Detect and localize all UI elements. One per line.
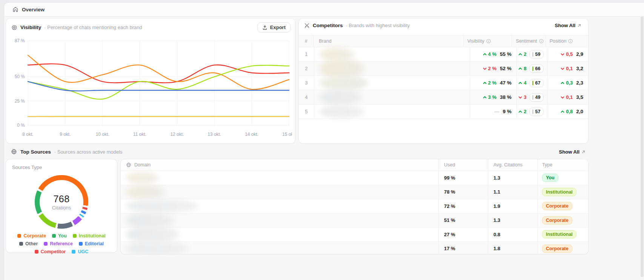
page-title: Overview bbox=[22, 7, 45, 12]
domain-name-redacted bbox=[121, 185, 438, 199]
y-axis-tick: 87 % bbox=[15, 38, 25, 43]
domain-row-2[interactable]: 78 % 1.1 Institutional bbox=[121, 185, 588, 200]
competitor-row-5[interactable]: 5 — 9 % 2 57 0,8 bbox=[299, 105, 588, 119]
competitor-rank: 4 bbox=[299, 90, 314, 104]
sentiment-score-bar bbox=[532, 52, 533, 57]
competitors-title: Competitors bbox=[313, 23, 343, 28]
arrow-up-icon bbox=[483, 95, 487, 100]
legend-row: OtherReferenceEditorial bbox=[19, 241, 104, 246]
competitor-position-cell: 0,1 3,2 bbox=[547, 62, 588, 75]
domain-blur bbox=[126, 226, 179, 243]
legend-swatch bbox=[79, 242, 83, 246]
export-button-label: Export bbox=[270, 25, 286, 30]
legend-label: Editorial bbox=[85, 241, 104, 246]
competitor-position-cell: 0,8 2,0 bbox=[547, 105, 588, 118]
position-delta: 0,1 bbox=[560, 66, 573, 71]
domains-table-header: Domain Used Avg. Citations Type bbox=[121, 159, 588, 171]
brand-blur bbox=[320, 89, 362, 105]
x-axis-tick: 14 okt. bbox=[245, 132, 258, 137]
column-header-avg-citations: Avg. Citations bbox=[488, 159, 537, 171]
x-axis-tick: 11 okt. bbox=[133, 132, 146, 137]
sentiment-score-bar bbox=[532, 95, 533, 100]
competitor-visibility-cell: 2 % 52 % bbox=[470, 62, 516, 75]
competitor-row-4[interactable]: 4 3 % 38 % 3 49 0,1 bbox=[299, 90, 588, 105]
domain-row-3[interactable]: 72 % 1.9 Corporate bbox=[121, 199, 588, 214]
column-header-brand: Brand bbox=[313, 35, 463, 47]
domain-avg-citations-cell: 1.9 bbox=[488, 199, 537, 213]
legend-label: Other bbox=[25, 241, 38, 246]
arrow-up-icon bbox=[518, 66, 523, 71]
globe-icon bbox=[126, 162, 131, 168]
info-icon[interactable] bbox=[486, 39, 491, 43]
sentiment-score-badge: 66 bbox=[529, 65, 544, 73]
sentiment-score-value: 67 bbox=[535, 80, 541, 86]
arrow-up-icon bbox=[518, 109, 523, 114]
position-delta: 0,3 bbox=[560, 80, 573, 86]
domain-avg-citations-cell: 1.8 bbox=[488, 242, 537, 255]
export-button[interactable]: Export bbox=[257, 22, 290, 32]
type-badge-corporate: Corporate bbox=[542, 245, 572, 253]
legend-swatch bbox=[17, 234, 21, 238]
info-icon[interactable] bbox=[539, 39, 544, 43]
competitor-sentiment-cell: 3 49 bbox=[516, 90, 548, 104]
sentiment-score-value: 49 bbox=[535, 95, 541, 100]
position-value: 2,0 bbox=[576, 109, 583, 114]
vertical-scrollbar[interactable] bbox=[641, 17, 644, 277]
competitor-rank: 1 bbox=[299, 47, 314, 61]
domain-row-6[interactable]: 17 % 1.8 Corporate bbox=[121, 242, 588, 255]
visibility-value: 9 % bbox=[503, 109, 512, 114]
column-header-visibility: Visibility bbox=[463, 35, 512, 47]
swords-icon bbox=[304, 23, 310, 28]
sources-type-donut-chart: 768 Citations bbox=[35, 175, 88, 229]
type-badge-institutional: Institutional bbox=[542, 188, 576, 196]
competitor-sentiment-cell: 4 67 bbox=[516, 76, 548, 90]
legend-swatch bbox=[52, 234, 56, 238]
domain-type-cell: Corporate bbox=[537, 242, 588, 255]
competitor-row-2[interactable]: 2 2 % 52 % 8 66 0,1 bbox=[299, 62, 588, 76]
competitor-row-3[interactable]: 3 2 % 47 % 4 67 0,3 bbox=[299, 76, 588, 90]
position-value: 3,5 bbox=[576, 94, 583, 100]
legend-item-editorial: Editorial bbox=[79, 241, 104, 246]
top-sources-show-all-link[interactable]: Show All bbox=[557, 149, 588, 155]
sentiment-delta: 2 bbox=[518, 109, 526, 114]
type-badge-institutional: Institutional bbox=[542, 230, 576, 238]
info-icon[interactable] bbox=[568, 39, 573, 43]
competitor-rank: 2 bbox=[299, 62, 314, 75]
position-delta: 0,1 bbox=[560, 94, 573, 100]
legend-label: You bbox=[58, 233, 67, 238]
visibility-value: 52 % bbox=[500, 66, 512, 71]
visibility-eye-icon bbox=[11, 25, 17, 31]
donut-legend: CorporateYouInstitutionalOtherReferenceE… bbox=[12, 233, 111, 254]
legend-item-corporate: Corporate bbox=[17, 233, 46, 238]
domain-type-cell: Institutional bbox=[537, 185, 588, 199]
legend-label: Institutional bbox=[79, 233, 106, 238]
competitor-sentiment-cell: 8 66 bbox=[516, 62, 548, 75]
competitor-position-cell: 0,3 2,3 bbox=[547, 76, 588, 90]
no-change-dash: — bbox=[495, 109, 500, 114]
domain-row-4[interactable]: 51 % 1.3 Corporate bbox=[121, 214, 588, 228]
column-header-sentiment: Sentiment bbox=[512, 35, 545, 47]
domain-avg-citations-cell: 0.8 bbox=[488, 228, 537, 242]
domain-blur bbox=[126, 185, 164, 199]
legend-swatch bbox=[35, 250, 38, 254]
position-delta: 0,8 bbox=[560, 109, 573, 114]
position-value: 3,2 bbox=[576, 66, 583, 71]
sentiment-score-badge: 67 bbox=[529, 79, 544, 87]
competitor-visibility-cell: 2 % 47 % bbox=[470, 76, 516, 90]
competitors-show-all-label: Show All bbox=[555, 23, 575, 28]
domain-row-1[interactable]: 99 % 1.3 You bbox=[121, 171, 588, 185]
competitors-show-all-link[interactable]: Show All bbox=[553, 22, 584, 29]
visibility-value: 47 % bbox=[500, 80, 512, 86]
domain-row-5[interactable]: 27 % 0.8 Institutional bbox=[121, 228, 588, 242]
sentiment-score-badge: 57 bbox=[529, 108, 544, 116]
x-axis-tick: 10 okt. bbox=[96, 132, 109, 137]
arrow-down-icon bbox=[518, 95, 523, 100]
sentiment-delta: 3 bbox=[518, 94, 526, 100]
arrow-up-right-icon bbox=[581, 150, 586, 154]
legend-swatch bbox=[72, 250, 75, 254]
domain-used-cell: 99 % bbox=[438, 171, 488, 185]
competitor-brand-redacted bbox=[314, 62, 470, 75]
domain-used-cell: 72 % bbox=[438, 199, 488, 213]
sentiment-delta: 8 bbox=[518, 66, 526, 71]
sentiment-score-bar bbox=[532, 109, 533, 114]
